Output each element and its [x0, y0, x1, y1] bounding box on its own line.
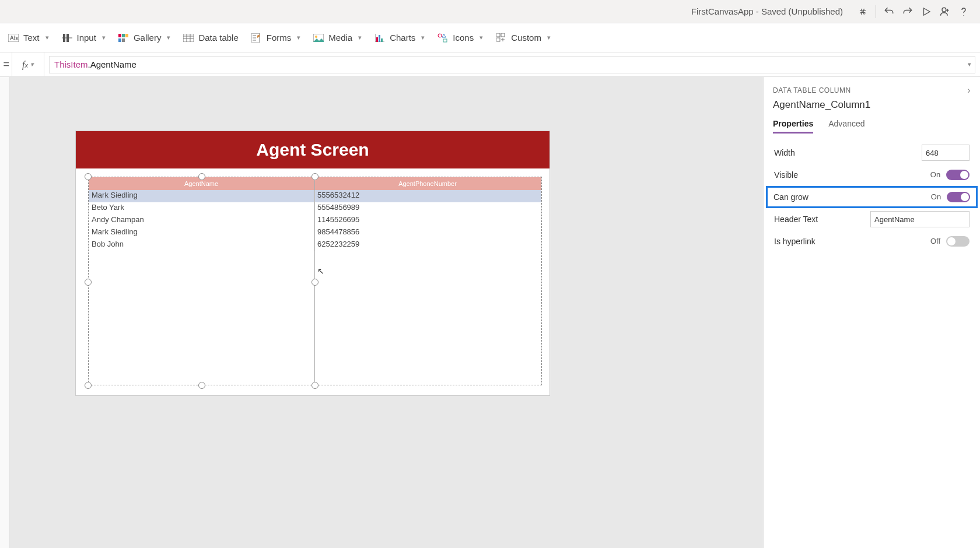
equals-icon: =: [0, 58, 12, 71]
formula-prop: .AgentName: [88, 59, 136, 69]
custom-button[interactable]: Custom ▾: [496, 33, 551, 43]
svg-rect-14: [376, 37, 378, 42]
svg-point-13: [315, 36, 317, 38]
datatable-icon: [183, 33, 194, 43]
table-row[interactable]: Mark Siedling 9854478856: [89, 227, 541, 239]
resize-handle[interactable]: [85, 382, 92, 389]
visible-label: Visible: [774, 170, 798, 180]
svg-rect-9: [122, 38, 125, 42]
svg-point-17: [438, 34, 442, 37]
tab-properties[interactable]: Properties: [773, 119, 813, 134]
svg-rect-6: [122, 34, 125, 37]
help-icon[interactable]: [954, 2, 973, 21]
svg-rect-21: [496, 38, 500, 41]
table-row[interactable]: Andy Champan 1145526695: [89, 215, 541, 227]
fx-dropdown[interactable]: fx▾: [12, 52, 44, 76]
cell-name: Bob John: [89, 239, 314, 251]
table-row[interactable]: Bob John 6252232259: [89, 239, 541, 251]
table-row[interactable]: Beto Yark 5554856989: [89, 202, 541, 215]
column-header-agentphonenumber[interactable]: AgentPhoneNumber: [314, 177, 541, 190]
svg-rect-18: [443, 39, 447, 42]
cursor-icon: ↖: [317, 266, 324, 276]
chevron-down-icon: ▾: [547, 34, 551, 41]
visible-toggle[interactable]: [946, 170, 970, 180]
svg-point-0: [942, 8, 946, 12]
cell-phone: 1145526695: [314, 215, 541, 227]
chevron-down-icon[interactable]: ▾: [968, 61, 971, 68]
app-title: FirstCanvasApp - Saved (Unpublished): [691, 6, 843, 16]
input-button[interactable]: Input ▾: [62, 33, 106, 43]
icons-icon: [438, 33, 448, 43]
headertext-input[interactable]: [870, 211, 970, 227]
svg-rect-7: [125, 34, 128, 37]
chevron-down-icon: ▾: [297, 34, 300, 41]
forms-icon: [251, 33, 262, 43]
media-button[interactable]: Media ▾: [313, 33, 362, 43]
chevron-down-icon: ▾: [358, 34, 362, 41]
formula-input[interactable]: ThisItem.AgentName ▾: [49, 56, 975, 73]
redo-icon[interactable]: [898, 2, 917, 21]
charts-button[interactable]: Charts ▾: [374, 33, 425, 43]
properties-panel: DATA TABLE COLUMN › AgentName_Column1 Pr…: [763, 77, 980, 548]
custom-icon: [496, 33, 506, 43]
table-row[interactable]: Mark Siedling 5556532412: [89, 190, 541, 202]
svg-rect-16: [381, 38, 383, 42]
width-input[interactable]: [922, 145, 970, 161]
chevron-down-icon: ▾: [46, 34, 49, 41]
cell-phone: 5556532412: [314, 190, 541, 202]
property-row-header-text: Header Text: [773, 208, 971, 230]
chevron-down-icon: ▾: [102, 34, 106, 41]
text-icon: Abc: [8, 33, 19, 43]
cangrow-label: Can grow: [774, 192, 808, 202]
text-button[interactable]: Abc Text ▾: [8, 33, 49, 43]
width-label: Width: [774, 148, 795, 157]
resize-handle[interactable]: [85, 173, 92, 180]
panel-category: DATA TABLE COLUMN ›: [773, 85, 971, 96]
icons-button[interactable]: Icons ▾: [438, 33, 483, 43]
resize-handle[interactable]: [85, 279, 92, 286]
person-icon[interactable]: [936, 2, 954, 21]
gallery-button[interactable]: Gallery ▾: [118, 33, 171, 43]
datatable-button[interactable]: Data table: [183, 33, 238, 43]
property-row-visible: Visible On: [773, 164, 971, 186]
svg-rect-20: [501, 33, 505, 37]
control-name: AgentName_Column1: [773, 99, 971, 111]
chevron-right-icon[interactable]: ›: [967, 85, 971, 96]
headertext-label: Header Text: [774, 215, 818, 224]
custom-label: Custom: [511, 33, 541, 43]
cell-name: Andy Champan: [89, 215, 314, 227]
media-label: Media: [328, 33, 352, 43]
cangrow-toggle[interactable]: [947, 192, 970, 202]
resize-handle[interactable]: [312, 279, 318, 286]
data-table-control[interactable]: AgentName AgentPhoneNumber Mark Siedling…: [88, 177, 542, 385]
resize-handle[interactable]: [198, 382, 205, 389]
app-checker-icon[interactable]: [853, 2, 872, 21]
property-row-width: Width: [773, 142, 971, 164]
forms-button[interactable]: Forms ▾: [251, 33, 301, 43]
gallery-label: Gallery: [134, 33, 162, 43]
resize-handle[interactable]: [312, 173, 318, 180]
panel-tabs: Properties Advanced: [773, 119, 971, 134]
datatable-label: Data table: [198, 33, 238, 43]
resize-handle[interactable]: [312, 382, 318, 389]
cell-phone: 5554856989: [314, 202, 541, 215]
tab-advanced[interactable]: Advanced: [828, 119, 864, 134]
svg-rect-15: [379, 35, 380, 42]
undo-icon[interactable]: [880, 2, 898, 21]
hyperlink-toggle[interactable]: [946, 236, 970, 247]
svg-rect-19: [496, 33, 500, 37]
resize-handle[interactable]: [198, 173, 205, 180]
canvas[interactable]: Agent Screen AgentName AgentPhoneNumber …: [10, 77, 763, 548]
app-screen: Agent Screen AgentName AgentPhoneNumber …: [75, 131, 550, 396]
hyperlink-state: Off: [930, 237, 940, 245]
chevron-down-icon: ▾: [167, 34, 170, 41]
chevron-down-icon: ▾: [30, 61, 34, 68]
formula-thisitem: ThisItem: [54, 59, 88, 69]
property-row-is-hyperlink: Is hyperlink Off: [773, 230, 971, 252]
charts-label: Charts: [390, 33, 415, 43]
svg-text:Abc: Abc: [10, 35, 19, 41]
chevron-down-icon: ▾: [480, 34, 483, 41]
cangrow-state: On: [931, 192, 941, 201]
cell-name: Mark Siedling: [89, 227, 314, 239]
play-icon[interactable]: [917, 2, 936, 21]
